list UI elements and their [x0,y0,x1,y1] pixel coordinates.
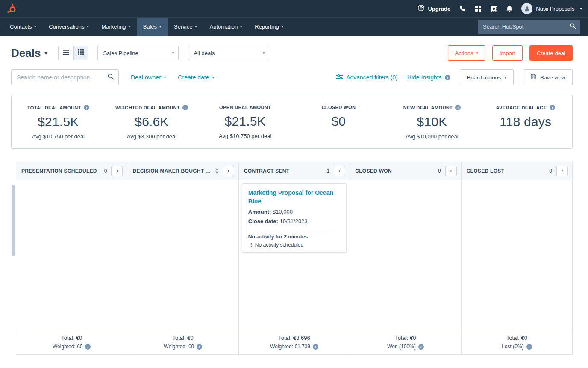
chevron-left-icon: ‹ [561,167,563,174]
column-body[interactable] [350,180,461,330]
metric-value: $10K [417,115,447,129]
column-footer: Total: €0 Weighted: €0i [16,330,127,354]
filter-bar: Deal owner ▾ Create date ▾ Advanced filt… [0,61,588,85]
collapse-column-button[interactable]: ‹ [445,166,457,176]
chevron-left-icon: ‹ [338,167,341,174]
nav-item-marketing[interactable]: Marketing ▾ [95,18,136,36]
caret-down-icon: ▾ [129,25,130,29]
column-closed-won: CLOSED WON 0 ‹ Total: €0 Won (100%)i [350,162,461,355]
nav-item-reporting[interactable]: Reporting ▾ [248,18,289,36]
deal-title-link[interactable]: Marketing Proposal for Ocean Blue [248,189,340,206]
calling-icon[interactable] [459,5,466,12]
page-title: Deals [11,47,41,60]
settings-gear-icon[interactable] [490,5,497,12]
global-search[interactable] [478,20,580,34]
actions-button[interactable]: Actions ▾ [448,45,485,61]
caret-down-icon: ▾ [212,76,215,79]
board-view-button[interactable] [73,46,88,60]
nav-item-sales[interactable]: Sales ▾ [137,18,168,36]
metric-average-deal-age: AVERAGE DEAL AGEi 118 days [479,105,572,140]
marketplace-icon[interactable] [475,5,482,12]
upgrade-button[interactable]: Upgrade [417,4,450,13]
metric-value: $0 [331,114,346,129]
global-search-input[interactable] [483,24,570,30]
caret-down-icon: ▾ [195,25,197,29]
create-deal-button[interactable]: Create deal [529,45,573,61]
chevron-left-icon: ‹ [227,167,229,174]
main-nav: Contacts ▾ Conversations ▾ Marketing ▾ S… [0,17,588,36]
metric-closed-won: CLOSED WON $0 [292,105,385,140]
create-date-filter[interactable]: Create date ▾ [178,74,214,81]
column-count: 0 [104,168,107,174]
nav-item-contacts[interactable]: Contacts ▾ [3,18,42,36]
collapse-column-button[interactable]: ‹ [223,166,234,176]
deal-owner-filter[interactable]: Deal owner ▾ [131,74,166,81]
board-view-icon [78,49,84,57]
search-icon [107,73,114,82]
nav-item-service[interactable]: Service ▾ [168,18,203,36]
info-icon[interactable]: i [197,344,202,350]
page-header: Deals ▾ Sales Pipeline ▾ All deals [0,36,588,61]
info-icon[interactable]: i [526,344,532,350]
caret-down-icon: ▾ [44,50,47,56]
pipeline-select[interactable]: Sales Pipeline ▾ [97,46,179,60]
column-header: CLOSED LOST 0 ‹ [462,162,572,180]
metric-value: $21.5K [225,114,266,129]
deal-card[interactable]: Marketing Proposal for Ocean Blue Amount… [242,183,347,253]
hide-insights-link[interactable]: Hide Insights i [407,74,450,81]
info-icon[interactable]: i [182,105,188,110]
scrollbar-thumb[interactable] [12,185,15,256]
nav-item-automation[interactable]: Automation ▾ [203,18,248,36]
warning-icon: ! [250,242,252,248]
info-icon: i [445,75,450,80]
info-icon[interactable]: i [313,344,318,350]
board-actions-button[interactable]: Board actions ▾ [460,69,514,85]
column-footer: Total: €0 Weighted: €0i [127,330,238,354]
collapse-column-button[interactable]: ‹ [111,166,123,176]
caret-down-icon: ▾ [159,25,161,29]
caret-down-icon: ▾ [263,51,265,55]
column-body[interactable] [16,180,127,330]
hubspot-logo-icon[interactable] [6,3,17,14]
column-count: 0 [215,168,218,174]
save-icon [530,74,540,81]
info-icon[interactable]: i [418,344,424,350]
collapse-column-button[interactable]: ‹ [334,166,345,176]
page-title-dropdown[interactable]: Deals ▾ [11,47,47,60]
column-count: 1 [327,168,330,174]
deal-search[interactable] [11,69,119,85]
advanced-filters-link[interactable]: Advanced filters (0) [336,74,398,81]
column-body[interactable] [127,180,238,330]
caret-down-icon: ▾ [504,76,506,79]
column-contract-sent: CONTRACT SENT 1 ‹ Marketing Proposal for… [239,162,350,355]
metric-open-deal-amount: OPEN DEAL AMOUNT $21.5K Avg $10,750 per … [198,105,292,140]
account-menu[interactable]: Nusii Proposals ▾ [521,3,582,14]
list-view-button[interactable] [59,46,73,60]
nav-item-conversations[interactable]: Conversations ▾ [42,18,95,36]
column-header: DECISION MAKER BOUGHT-... 0 ‹ [127,162,238,180]
collapse-column-button[interactable]: ‹ [556,166,568,176]
column-body[interactable] [462,180,572,330]
info-icon[interactable]: i [85,344,91,350]
info-icon[interactable]: i [84,105,89,110]
column-body[interactable]: Marketing Proposal for Ocean Blue Amount… [239,180,350,330]
notifications-bell-icon[interactable] [506,5,513,12]
info-icon[interactable]: i [455,105,461,110]
metric-sub: Avg $10,750 per deal [32,133,85,140]
avatar [521,3,532,14]
account-name: Nusii Proposals [536,6,574,12]
caret-down-icon: ▾ [87,25,88,29]
column-count: 0 [549,168,552,174]
info-icon[interactable]: i [550,105,555,110]
divider [248,230,340,230]
upgrade-icon [417,4,425,13]
search-icon [570,23,576,31]
deal-board: PRESENTATION SCHEDULED 0 ‹ Total: €0 Wei… [10,162,573,355]
save-view-button[interactable]: Save view [523,69,573,85]
deals-filter-select[interactable]: All deals ▾ [188,46,269,60]
column-header: CONTRACT SENT 1 ‹ [239,162,350,180]
deal-search-input[interactable] [17,74,107,81]
filter-sliders-icon [336,74,343,81]
import-button[interactable]: Import [492,45,523,61]
board-left-edge [10,162,16,355]
